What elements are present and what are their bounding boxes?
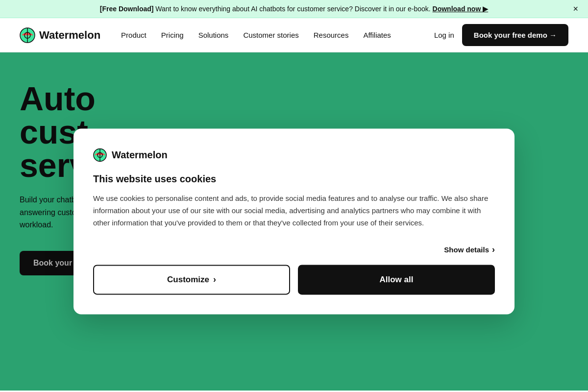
announcement-text: [Free Download] Want to know everything … bbox=[100, 5, 488, 13]
login-link[interactable]: Log in bbox=[434, 31, 454, 39]
hero-background: Autocustserv Build your chatbot, deploy … bbox=[0, 52, 588, 391]
customize-label: Customize bbox=[167, 275, 209, 285]
nav-pricing[interactable]: Pricing bbox=[155, 28, 190, 42]
show-details-button[interactable]: Show details › bbox=[444, 245, 495, 255]
cookie-title: This website uses cookies bbox=[93, 173, 495, 185]
allow-all-button[interactable]: Allow all bbox=[298, 265, 495, 295]
customize-button[interactable]: Customize › bbox=[93, 265, 290, 295]
nav-links: Product Pricing Solutions Customer stori… bbox=[115, 28, 434, 42]
nav-solutions[interactable]: Solutions bbox=[193, 28, 235, 42]
cookie-modal: Watermelon This website uses cookies We … bbox=[74, 128, 514, 314]
customize-chevron-icon: › bbox=[213, 275, 216, 285]
nav-right: Log in Book your free demo → bbox=[434, 24, 568, 46]
navbar: Watermelon Product Pricing Solutions Cus… bbox=[0, 18, 588, 52]
announcement-main: Want to know everything about AI chatbot… bbox=[155, 5, 430, 13]
show-details-label: Show details bbox=[444, 246, 489, 254]
modal-brand-name: Watermelon bbox=[112, 149, 168, 161]
announcement-bold: [Free Download] bbox=[100, 5, 154, 13]
nav-resources[interactable]: Resources bbox=[308, 28, 355, 42]
cookie-description: We use cookies to personalise content an… bbox=[93, 193, 495, 229]
modal-header: Watermelon bbox=[93, 148, 495, 162]
announcement-bar: [Free Download] Want to know everything … bbox=[0, 0, 588, 18]
nav-cta-button[interactable]: Book your free demo → bbox=[462, 24, 568, 46]
watermelon-logo-icon bbox=[20, 27, 35, 43]
logo[interactable]: Watermelon bbox=[20, 27, 100, 43]
nav-product[interactable]: Product bbox=[115, 28, 152, 42]
nav-customer-stories[interactable]: Customer stories bbox=[237, 28, 304, 42]
chevron-right-icon: › bbox=[492, 245, 495, 255]
show-details-row: Show details › bbox=[93, 245, 495, 255]
nav-affiliates[interactable]: Affiliates bbox=[357, 28, 396, 42]
close-announcement-button[interactable]: × bbox=[573, 4, 578, 14]
announcement-cta[interactable]: Download now ▶ bbox=[433, 5, 489, 13]
logo-text: Watermelon bbox=[39, 29, 100, 42]
modal-actions: Customize › Allow all bbox=[93, 265, 495, 295]
modal-watermelon-icon bbox=[93, 148, 107, 162]
